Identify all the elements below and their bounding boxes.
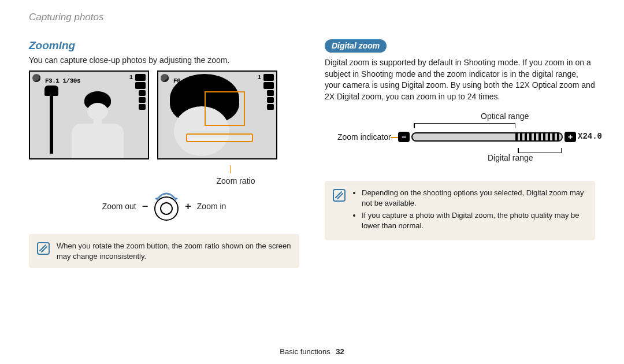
label-zoom-in: Zoom in: [197, 202, 226, 211]
section-title-zooming: Zooming: [29, 39, 299, 52]
label-zoom-ratio: Zoom ratio: [217, 176, 255, 185]
digital-bracket: [518, 148, 562, 153]
streetlamp-illustration: [43, 86, 60, 149]
mode-icon: [32, 74, 40, 82]
note-box: Depending on the shooting options you se…: [325, 181, 595, 240]
zoom-value: X24.0: [578, 132, 602, 141]
note-text: When you rotate the zoom button, the zoo…: [57, 241, 291, 261]
zoom-indicator-diagram: Optical range Zoom indicator Digital ran…: [325, 112, 595, 169]
breadcrumb: Capturing photos: [29, 12, 595, 23]
label-digital-range: Digital range: [488, 153, 533, 162]
right-column: Digital zoom Digital zoom is supported b…: [325, 39, 595, 268]
page-footer: Basic functions 32: [0, 347, 624, 356]
note-icon: [37, 242, 50, 255]
label-zoom-out: Zoom out: [102, 202, 136, 211]
svg-point-2: [161, 203, 172, 214]
focus-box-callout: [205, 91, 245, 126]
camera-screen-wide: F3.1 1/30s 1: [29, 70, 149, 159]
left-column: Zooming You can capture close-up photos …: [29, 39, 299, 268]
subsection-pill: Digital zoom: [325, 39, 387, 53]
note-item: If you capture a photo with Digital zoom…: [362, 210, 587, 231]
mode-icon: [161, 74, 169, 82]
label-optical-range: Optical range: [481, 112, 529, 121]
intro-text: You can capture close-up photos by adjus…: [29, 55, 299, 65]
footer-page-number: 32: [336, 347, 344, 356]
leader-line: [391, 137, 399, 138]
shots-remaining: 1: [257, 74, 261, 81]
footer-section: Basic functions: [280, 347, 330, 356]
shots-remaining: 1: [129, 74, 133, 81]
optical-bracket: [414, 123, 515, 128]
zoom-ratio-bar-callout: [186, 133, 253, 142]
camera-screen-zoomed: F6.3 1/45s 1: [157, 70, 277, 159]
digital-zoom-paragraph: Digital zoom is supported by default in …: [325, 57, 595, 102]
note-box: When you rotate the zoom button, the zoo…: [29, 234, 299, 268]
osd-badges: [263, 74, 274, 110]
exposure-readout: F3.1 1/30s: [45, 77, 80, 84]
zoom-minus-icon: −: [398, 132, 410, 142]
zoom-dial-icon: − +: [142, 190, 191, 222]
zoom-plus-icon: +: [564, 132, 576, 142]
note-icon: [333, 189, 346, 202]
note-item: Depending on the shooting options you se…: [362, 188, 587, 208]
person-illustration: [66, 91, 129, 159]
label-zoom-indicator: Zoom indicator: [337, 132, 391, 142]
zoom-bar: [411, 132, 563, 142]
osd-badges: [135, 74, 146, 110]
